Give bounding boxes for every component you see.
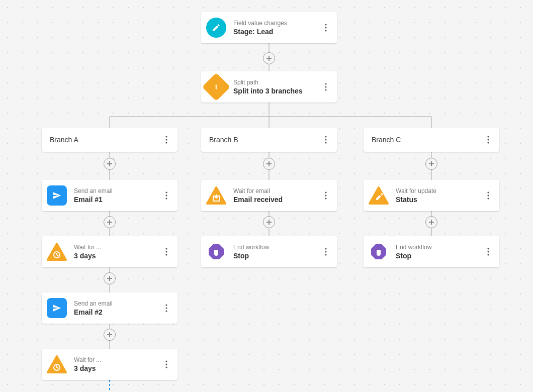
node-text: Send an email Email #2 <box>74 300 157 316</box>
svg-point-36 <box>165 254 167 255</box>
svg-point-15 <box>325 24 326 25</box>
node-main: Email #1 <box>74 195 157 204</box>
svg-point-17 <box>325 30 326 31</box>
svg-point-42 <box>165 363 167 365</box>
add-step-button[interactable] <box>263 52 275 64</box>
node-text: Wait for email Email received <box>233 187 317 204</box>
split-node[interactable]: Split path Split into 3 branches <box>201 71 337 103</box>
clock-triangle-icon <box>47 354 67 374</box>
node-text: End workflow Stop <box>396 244 479 260</box>
more-icon[interactable] <box>320 246 332 258</box>
add-step-button[interactable] <box>104 272 116 284</box>
trigger-label: Field value changes <box>233 20 317 27</box>
more-icon[interactable] <box>160 358 172 370</box>
node-main: Stop <box>396 252 479 260</box>
add-step-button[interactable] <box>104 158 116 170</box>
svg-point-20 <box>325 89 326 90</box>
branch-c-wait-update[interactable]: Wait for update Status <box>364 180 499 211</box>
svg-point-51 <box>325 254 326 255</box>
clock-triangle-icon <box>47 242 67 262</box>
add-step-button[interactable] <box>104 329 116 341</box>
svg-point-25 <box>325 139 326 140</box>
svg-point-31 <box>165 194 167 196</box>
more-icon[interactable] <box>320 22 332 34</box>
more-icon[interactable] <box>482 134 494 146</box>
add-step-button[interactable] <box>425 158 437 170</box>
branch-b-wait-email[interactable]: Wait for email Email received <box>201 180 337 211</box>
node-text: Wait for ... 3 days <box>74 244 157 260</box>
svg-point-53 <box>487 194 489 196</box>
more-icon[interactable] <box>320 134 332 146</box>
svg-point-41 <box>165 360 167 362</box>
svg-point-21 <box>165 136 167 137</box>
trigger-text: Field value changes Stage: Lead <box>233 20 317 36</box>
inbox-triangle-icon <box>206 185 226 206</box>
branch-b-end[interactable]: End workflow Stop <box>201 236 337 267</box>
send-icon <box>47 185 67 206</box>
split-text: Split path Split into 3 branches <box>233 79 317 95</box>
branch-c-end[interactable]: End workflow Stop <box>364 236 499 267</box>
svg-point-29 <box>487 142 489 143</box>
node-main: Email #2 <box>74 308 157 316</box>
svg-point-37 <box>165 304 167 306</box>
stop-icon <box>369 242 389 262</box>
node-label: Send an email <box>74 300 157 307</box>
branch-a-wait2[interactable]: Wait for ... 3 days <box>42 349 177 380</box>
trigger-node[interactable]: Field value changes Stage: Lead <box>201 12 337 43</box>
more-icon[interactable] <box>482 189 494 202</box>
svg-point-56 <box>487 248 489 249</box>
svg-point-28 <box>487 139 489 140</box>
branch-a-wait1[interactable]: Wait for ... 3 days <box>42 236 177 267</box>
node-text: Send an email Email #1 <box>74 187 157 204</box>
svg-point-23 <box>165 142 167 143</box>
svg-point-16 <box>325 27 326 28</box>
more-icon[interactable] <box>160 302 172 314</box>
svg-point-30 <box>165 191 167 193</box>
svg-point-24 <box>325 136 326 137</box>
branch-c-title: Branch C <box>369 136 479 144</box>
svg-point-45 <box>325 191 326 193</box>
branch-c-header[interactable]: Branch C <box>364 128 499 152</box>
stop-icon <box>206 242 226 262</box>
more-icon[interactable] <box>160 134 172 146</box>
split-main: Split into 3 branches <box>233 87 317 95</box>
branch-a-email2[interactable]: Send an email Email #2 <box>42 292 177 324</box>
branch-a-header[interactable]: Branch A <box>42 128 177 152</box>
node-main: Stop <box>233 252 317 260</box>
svg-point-19 <box>325 86 326 87</box>
node-label: End workflow <box>396 244 479 251</box>
node-text: Wait for ... 3 days <box>74 356 157 372</box>
more-icon[interactable] <box>160 189 172 202</box>
node-main: Status <box>396 195 479 204</box>
more-icon[interactable] <box>320 189 332 202</box>
svg-point-27 <box>487 136 489 137</box>
branch-b-header[interactable]: Branch B <box>201 128 337 152</box>
branch-b-title: Branch B <box>206 136 317 144</box>
svg-point-32 <box>165 198 167 199</box>
svg-point-34 <box>165 248 167 249</box>
add-step-button[interactable] <box>263 216 275 228</box>
svg-point-50 <box>325 251 326 252</box>
add-step-button[interactable] <box>425 216 437 228</box>
node-label: End workflow <box>233 244 317 251</box>
svg-point-57 <box>487 251 489 252</box>
more-icon[interactable] <box>160 246 172 258</box>
svg-point-52 <box>487 191 489 193</box>
node-text: End workflow Stop <box>233 244 317 260</box>
node-main: 3 days <box>74 252 157 260</box>
node-label: Wait for update <box>396 187 479 194</box>
more-icon[interactable] <box>320 81 332 93</box>
svg-point-46 <box>325 194 326 196</box>
svg-point-26 <box>325 142 326 143</box>
add-step-button[interactable] <box>104 216 116 228</box>
trigger-main: Stage: Lead <box>233 28 317 36</box>
send-icon <box>47 298 67 318</box>
more-icon[interactable] <box>482 246 494 258</box>
svg-point-58 <box>487 254 489 255</box>
pencil-triangle-icon <box>369 185 389 206</box>
branch-a-email1[interactable]: Send an email Email #1 <box>42 180 177 211</box>
branch-a-title: Branch A <box>47 136 157 144</box>
split-icon <box>206 77 226 97</box>
add-step-button[interactable] <box>263 158 275 170</box>
node-label: Send an email <box>74 187 157 194</box>
